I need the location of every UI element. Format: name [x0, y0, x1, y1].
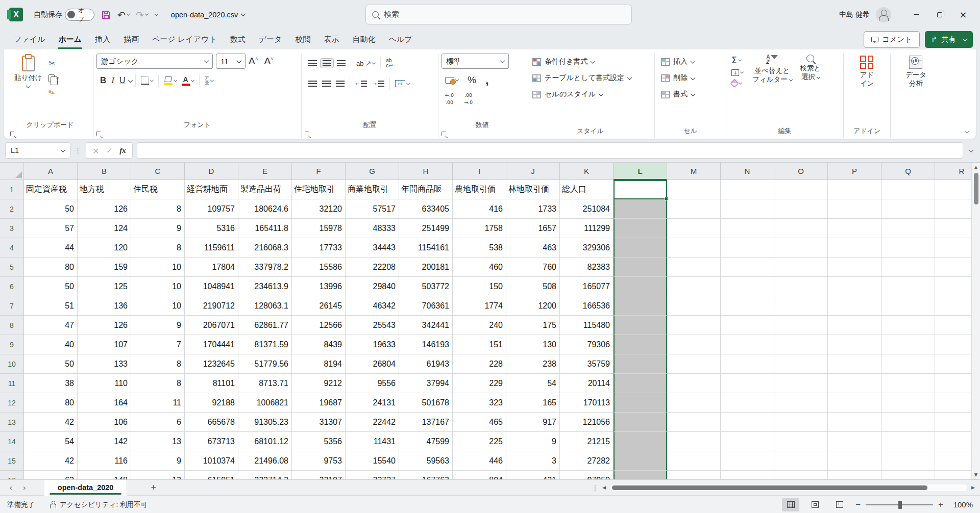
cell-F16[interactable]: 33197	[292, 471, 346, 479]
cell-I14[interactable]: 225	[453, 432, 506, 451]
cell-K7[interactable]: 166536	[560, 296, 614, 316]
column-header-E[interactable]: E	[238, 163, 292, 180]
cell-O16[interactable]	[774, 471, 828, 479]
normal-view-button[interactable]	[782, 498, 799, 511]
cell-C10[interactable]: 8	[131, 354, 185, 374]
column-header-D[interactable]: D	[185, 163, 238, 180]
cell-G5[interactable]: 22208	[346, 258, 399, 277]
cell-Q12[interactable]	[881, 393, 935, 413]
cell-D9[interactable]: 1704441	[185, 335, 238, 354]
comma-style-button[interactable]: ,	[483, 75, 491, 85]
redo-button[interactable]: ↷	[133, 7, 151, 22]
comments-button[interactable]: コメント	[864, 31, 920, 48]
cell-D10[interactable]: 1232645	[185, 354, 238, 374]
cell-E12[interactable]: 1006821	[238, 393, 292, 413]
cell-B7[interactable]: 136	[78, 296, 131, 316]
row-header-5[interactable]: 5	[0, 258, 24, 277]
cell-A8[interactable]: 47	[24, 316, 78, 335]
row-header-4[interactable]: 4	[0, 238, 24, 258]
cell-N7[interactable]	[721, 296, 774, 316]
undo-button[interactable]: ↶	[114, 7, 133, 22]
cell-N15[interactable]	[721, 451, 774, 471]
column-header-Q[interactable]: Q	[881, 163, 935, 180]
column-header-R[interactable]: R	[935, 163, 971, 180]
cell-I15[interactable]: 446	[453, 451, 506, 471]
cell-N14[interactable]	[721, 432, 774, 451]
cell-I4[interactable]: 538	[453, 238, 506, 258]
cell-J1[interactable]: 林地取引価	[506, 180, 560, 199]
cell-R14[interactable]	[935, 432, 971, 451]
align-right-button[interactable]	[334, 79, 347, 88]
cell-C16[interactable]: 13	[131, 471, 185, 479]
cell-B14[interactable]: 142	[78, 432, 131, 451]
cell-E10[interactable]: 51779.56	[238, 354, 292, 374]
cell-D12[interactable]: 92188	[185, 393, 238, 413]
cell-J4[interactable]: 463	[506, 238, 560, 258]
cell-K10[interactable]: 35759	[560, 354, 614, 374]
cell-R6[interactable]	[935, 277, 971, 296]
cell-P9[interactable]	[828, 335, 881, 354]
cell-O1[interactable]	[774, 180, 828, 199]
row-header-3[interactable]: 3	[0, 219, 24, 238]
cell-E8[interactable]: 62861.77	[238, 316, 292, 335]
cell-K4[interactable]: 329306	[560, 238, 614, 258]
decrease-indent-button[interactable]: ←	[353, 79, 369, 88]
zoom-out-button[interactable]: −	[855, 500, 861, 510]
cell-R7[interactable]	[935, 296, 971, 316]
column-header-G[interactable]: G	[346, 163, 399, 180]
scroll-down-icon[interactable]: ▼	[974, 472, 978, 477]
autosum-dropdown-icon[interactable]	[738, 58, 742, 61]
scroll-right-icon[interactable]: ▶	[971, 485, 975, 490]
cell-H13[interactable]: 137167	[399, 413, 453, 432]
cell-E3[interactable]: 165411.8	[238, 219, 292, 238]
cell-E15[interactable]: 21496.08	[238, 451, 292, 471]
cell-D1[interactable]: 経営耕地面	[185, 180, 238, 199]
borders-button[interactable]	[139, 75, 155, 86]
cell-O14[interactable]	[774, 432, 828, 451]
cell-K9[interactable]: 79306	[560, 335, 614, 354]
cell-B9[interactable]: 107	[78, 335, 131, 354]
format-as-table-button[interactable]: テーブルとして書式設定	[529, 70, 634, 86]
column-header-J[interactable]: J	[506, 163, 560, 180]
cell-E7[interactable]: 128063.1	[238, 296, 292, 316]
cell-P8[interactable]	[828, 316, 881, 335]
column-header-A[interactable]: A	[24, 163, 78, 180]
tab-formulas[interactable]: 数式	[224, 31, 252, 48]
cell-D15[interactable]: 1010374	[185, 451, 238, 471]
tab-home[interactable]: ホーム	[52, 31, 88, 48]
addins-button[interactable]: アドイン	[856, 54, 878, 90]
cell-B8[interactable]: 126	[78, 316, 131, 335]
cell-E9[interactable]: 81371.59	[238, 335, 292, 354]
cell-N11[interactable]	[721, 374, 774, 393]
cell-M16[interactable]	[667, 471, 721, 479]
autosave-toggle[interactable]: オフ	[65, 9, 94, 21]
cell-B12[interactable]: 164	[78, 393, 131, 413]
formula-bar-grip[interactable]: ⋮	[75, 147, 82, 155]
cell-I5[interactable]: 460	[453, 258, 506, 277]
undo-dropdown[interactable]	[127, 12, 130, 16]
cell-H11[interactable]: 37994	[399, 374, 453, 393]
cell-O11[interactable]	[774, 374, 828, 393]
column-header-F[interactable]: F	[292, 163, 346, 180]
cell-L6[interactable]	[614, 277, 667, 296]
cell-R13[interactable]	[935, 413, 971, 432]
cell-Q2[interactable]	[881, 199, 935, 219]
cell-H4[interactable]: 1154161	[399, 238, 453, 258]
cell-P6[interactable]	[828, 277, 881, 296]
cell-A7[interactable]: 51	[24, 296, 78, 316]
cell-A5[interactable]: 80	[24, 258, 78, 277]
cell-J14[interactable]: 9	[506, 432, 560, 451]
scroll-left-icon[interactable]: ◀	[602, 485, 606, 490]
cell-F7[interactable]: 26145	[292, 296, 346, 316]
cell-M11[interactable]	[667, 374, 721, 393]
cell-H10[interactable]: 61943	[399, 354, 453, 374]
quick-access-toolbar-more-button[interactable]	[151, 11, 162, 19]
cell-D16[interactable]: 615951	[185, 471, 238, 479]
cell-M6[interactable]	[667, 277, 721, 296]
cell-J12[interactable]: 165	[506, 393, 560, 413]
cell-Q13[interactable]	[881, 413, 935, 432]
cell-C9[interactable]: 7	[131, 335, 185, 354]
cell-J3[interactable]: 1657	[506, 219, 560, 238]
cell-N16[interactable]	[721, 471, 774, 479]
column-header-H[interactable]: H	[399, 163, 453, 180]
